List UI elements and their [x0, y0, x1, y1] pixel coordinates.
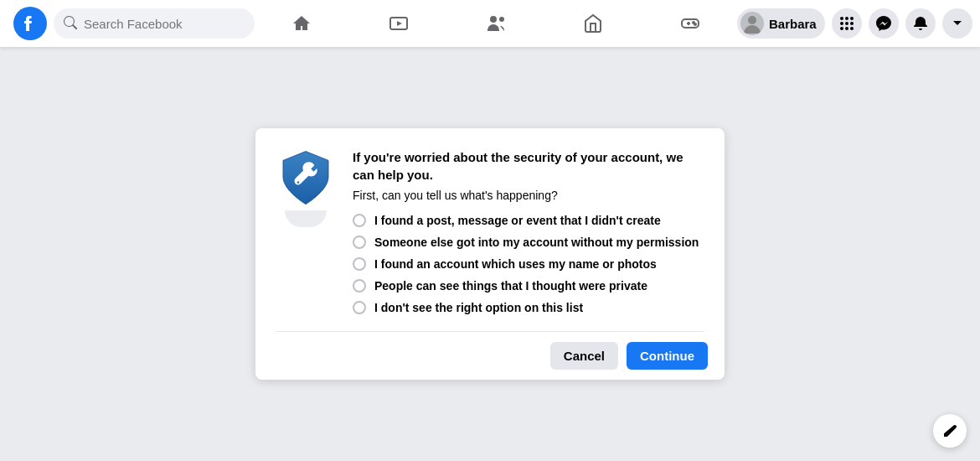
avatar [740, 12, 764, 35]
apps-grid-button[interactable] [832, 8, 862, 39]
navbar-right: Barbara [737, 8, 972, 39]
radio-label: I found an account which uses my name or… [374, 257, 657, 271]
list-item[interactable]: I found an account which uses my name or… [353, 257, 704, 271]
navbar-center [255, 3, 737, 44]
marketplace-nav-button[interactable] [546, 3, 640, 44]
navbar: Barbara [0, 0, 980, 47]
continue-button[interactable]: Continue [627, 342, 708, 370]
options-group: I found a post, message or event that I … [353, 214, 704, 314]
svg-marker-1 [397, 21, 402, 26]
svg-point-17 [845, 27, 848, 30]
dialog-body: If you're worried about the security of … [255, 128, 725, 331]
user-name-label: Barbara [769, 17, 817, 31]
radio-label: People can see things that I thought wer… [374, 279, 647, 293]
shield-icon [277, 148, 334, 209]
svg-point-18 [850, 27, 854, 30]
people-nav-button[interactable] [449, 3, 543, 44]
navbar-left [13, 7, 255, 40]
list-item[interactable]: Someone else got into my account without… [353, 236, 704, 249]
account-dropdown-button[interactable] [942, 8, 972, 39]
cancel-button[interactable]: Cancel [550, 342, 618, 370]
facebook-logo[interactable] [13, 7, 47, 40]
list-item[interactable]: I don't see the right option on this lis… [353, 301, 704, 314]
notifications-button[interactable] [905, 8, 936, 39]
dialog-content: If you're worried about the security of … [353, 148, 704, 314]
radio-option-2[interactable] [353, 236, 366, 249]
svg-point-9 [748, 16, 756, 24]
search-input[interactable] [84, 17, 245, 31]
svg-point-12 [850, 17, 854, 20]
svg-point-10 [840, 17, 843, 20]
radio-label: I don't see the right option on this lis… [374, 301, 583, 314]
list-item[interactable]: People can see things that I thought wer… [353, 279, 704, 293]
watch-nav-button[interactable] [352, 3, 446, 44]
search-icon [64, 16, 77, 32]
messenger-button[interactable] [869, 8, 899, 39]
dialog-title: If you're worried about the security of … [353, 148, 704, 184]
security-dialog: If you're worried about the security of … [255, 128, 725, 380]
dialog-footer: Cancel Continue [255, 332, 725, 380]
svg-point-16 [840, 27, 843, 30]
radio-option-1[interactable] [353, 214, 366, 227]
svg-point-14 [845, 22, 848, 25]
main-content: If you're worried about the security of … [0, 47, 980, 461]
radio-option-4[interactable] [353, 279, 366, 293]
svg-point-8 [694, 23, 696, 25]
search-bar[interactable] [54, 8, 255, 39]
edit-fab-button[interactable] [933, 414, 967, 448]
radio-option-3[interactable] [353, 257, 366, 271]
svg-point-11 [845, 17, 848, 20]
radio-label: I found a post, message or event that I … [374, 214, 661, 227]
shield-base [285, 210, 327, 227]
list-item[interactable]: I found a post, message or event that I … [353, 214, 704, 227]
radio-label: Someone else got into my account without… [374, 236, 699, 249]
svg-point-15 [850, 22, 854, 25]
home-nav-button[interactable] [255, 3, 348, 44]
svg-point-13 [840, 22, 843, 25]
shield-icon-wrap [276, 148, 336, 227]
svg-point-3 [499, 17, 504, 22]
user-profile-button[interactable]: Barbara [737, 8, 825, 39]
radio-option-5[interactable] [353, 301, 366, 314]
gaming-nav-button[interactable] [643, 3, 737, 44]
svg-point-2 [490, 16, 497, 23]
dialog-subtitle: First, can you tell us what's happening? [353, 189, 704, 202]
